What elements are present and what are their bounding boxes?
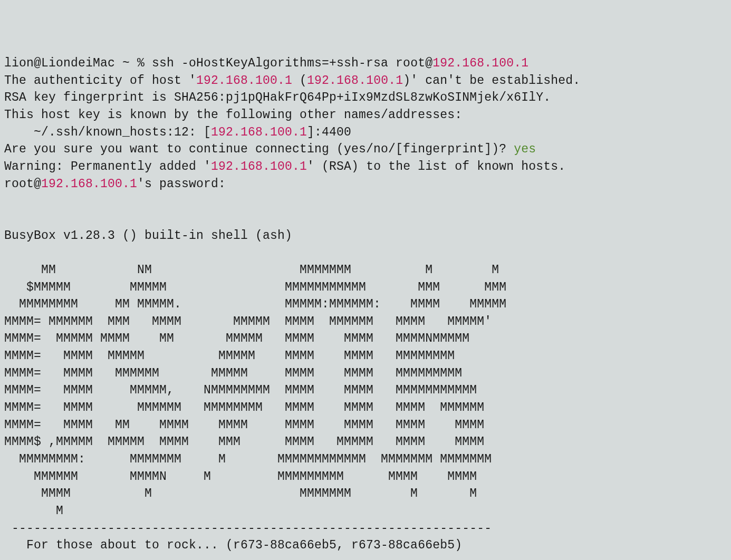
known-hosts-port: ]:4400	[307, 125, 351, 139]
busybox-text: BusyBox v1.28.3 () built-in shell (ash)	[4, 229, 292, 243]
ascii-art-line: MMMM= MMMM MMMMM MMMMM MMMM MMMM MMMMMMM…	[4, 347, 727, 365]
text: The authenticity of host '	[4, 74, 196, 88]
ascii-art-row-3: MMMM= MMMMMM MMM MMMM MMMMM MMMM MMMMMM …	[4, 315, 492, 329]
text: Warning: Permanently added '	[4, 160, 211, 173]
ascii-art-line: MMMM= MMMM MM MMMM MMMM MMMM MMMM MMMM M…	[4, 417, 727, 434]
ascii-art-row-17: ----------------------------------------…	[4, 556, 492, 560]
ascii-art-row-11: MMMMMMMM: MMMMMMM M MMMMMMMMMMMM MMMMMMM…	[4, 452, 492, 466]
ascii-art-row-6: MMMM= MMMM MMMMMM MMMMM MMMM MMMM MMMMMM…	[4, 366, 462, 380]
ssh-host-ip: 192.168.100.1	[432, 56, 528, 70]
ascii-art-row-5: MMMM= MMMM MMMMM MMMMM MMMM MMMM MMMMMMM…	[4, 349, 455, 363]
known-by-text: This host key is known by the following …	[4, 108, 462, 122]
ascii-art-line: MMMM= MMMMM MMMM MM MMMMM MMMM MMMM MMMM…	[4, 330, 727, 347]
pw-ip: 192.168.100.1	[41, 177, 137, 191]
ascii-art-row-16: For those about to rock... (r673-88ca66e…	[4, 538, 462, 552]
confirm-line: Are you sure you want to continue connec…	[4, 141, 727, 158]
ascii-art-row-14: M	[4, 504, 63, 518]
known-hosts-line: ~/.ssh/known_hosts:12: [192.168.100.1]:4…	[4, 124, 727, 141]
known-hosts-ip: 192.168.100.1	[211, 125, 307, 139]
authenticity-line: The authenticity of host '192.168.100.1 …	[4, 72, 727, 90]
ascii-art-row-10: MMMM$ ,MMMMM MMMMM MMMM MMM MMMM MMMMM M…	[4, 435, 484, 449]
ascii-art-line: ----------------------------------------…	[4, 554, 727, 560]
host-ip: 192.168.100.1	[196, 74, 292, 88]
known-hosts-path: ~/.ssh/known_hosts:12: [	[4, 125, 211, 139]
ascii-art-row-12: MMMMMM MMMMN M MMMMMMMMM MMMM MMMM	[4, 470, 477, 484]
ascii-art-line: MMMMMMMM: MMMMMMM M MMMMMMMMMMMM MMMMMMM…	[4, 451, 727, 468]
ascii-art-line: MMMM M MMMMMMM M M	[4, 485, 727, 503]
ascii-art-row-8: MMMM= MMMM MMMMMM MMMMMMMM MMMM MMMM MMM…	[4, 401, 484, 414]
fingerprint-line: RSA key fingerprint is SHA256:pj1pQHakFr…	[4, 89, 727, 107]
ascii-art-line: For those about to rock... (r673-88ca66e…	[4, 537, 727, 554]
text: (	[292, 74, 307, 88]
ascii-art-row-9: MMMM= MMMM MM MMMM MMMM MMMM MMMM MMMM M…	[4, 418, 484, 432]
ascii-art-line: MM NM MMMMMMM M M	[4, 262, 727, 279]
host-ip-paren: 192.168.100.1	[307, 74, 403, 88]
ascii-art-line: $MMMMM MMMMM MMMMMMMMMMM MMM MMM	[4, 279, 727, 296]
known-by-line: This host key is known by the following …	[4, 107, 727, 124]
prompt-line: lion@LiondeiMac ~ % ssh -oHostKeyAlgorit…	[4, 55, 727, 72]
password-line: root@192.168.100.1's password:	[4, 176, 727, 193]
ascii-art-line: MMMMMM MMMMN M MMMMMMMMM MMMM MMMM	[4, 468, 727, 486]
text: ' (RSA) to the list of known hosts.	[307, 160, 565, 173]
ascii-art-line: MMMM= MMMM MMMMMM MMMMMMMM MMMM MMMM MMM…	[4, 399, 727, 417]
ascii-art-line: ----------------------------------------…	[4, 520, 727, 537]
ascii-art-line: M	[4, 503, 727, 520]
ascii-art-line: MMMM= MMMMMM MMM MMMM MMMMM MMMM MMMMMM …	[4, 313, 727, 331]
ascii-art-line: MMMMMMMM MM MMMMM. MMMMM:MMMMMM: MMMM MM…	[4, 296, 727, 313]
shell-prompt: lion@LiondeiMac ~ %	[4, 56, 152, 70]
ssh-command: ssh -oHostKeyAlgorithms=+ssh-rsa root@	[152, 56, 432, 70]
warning-line: Warning: Permanently added '192.168.100.…	[4, 158, 727, 176]
ascii-art-row-2: MMMMMMMM MM MMMMM. MMMMM:MMMMMM: MMMM MM…	[4, 297, 506, 311]
busybox-line: BusyBox v1.28.3 () built-in shell (ash)	[4, 227, 727, 245]
ascii-art-row-15: ----------------------------------------…	[4, 522, 492, 535]
ascii-art-line: MMMM= MMMM MMMMMM MMMMM MMMM MMMM MMMMMM…	[4, 365, 727, 382]
ascii-art-row-1: $MMMMM MMMMM MMMMMMMMMMM MMM MMM	[4, 281, 506, 294]
text: root@	[4, 177, 41, 191]
ascii-art-row-7: MMMM= MMMM MMMMM, NMMMMMMMM MMMM MMMM MM…	[4, 383, 477, 397]
text: )' can't be established.	[403, 74, 580, 88]
ascii-art-row-0: MM NM MMMMMMM M M	[4, 263, 499, 277]
ascii-art-row-4: MMMM= MMMMM MMMM MM MMMMM MMMM MMMM MMMM…	[4, 332, 469, 345]
ascii-art-line: MMMM= MMMM MMMMM, NMMMMMMMM MMMM MMMM MM…	[4, 382, 727, 399]
ascii-art-row-13: MMMM M MMMMMMM M M	[4, 487, 477, 500]
confirm-answer[interactable]: yes	[514, 142, 536, 156]
added-ip: 192.168.100.1	[211, 160, 307, 173]
ascii-art-line: MMMM$ ,MMMMM MMMMM MMMM MMM MMMM MMMMM M…	[4, 433, 727, 451]
terminal-output[interactable]: lion@LiondeiMac ~ % ssh -oHostKeyAlgorit…	[4, 55, 727, 560]
fingerprint-text: RSA key fingerprint is SHA256:pj1pQHakFr…	[4, 91, 551, 104]
text: 's password:	[137, 177, 226, 191]
confirm-prompt: Are you sure you want to continue connec…	[4, 142, 514, 156]
